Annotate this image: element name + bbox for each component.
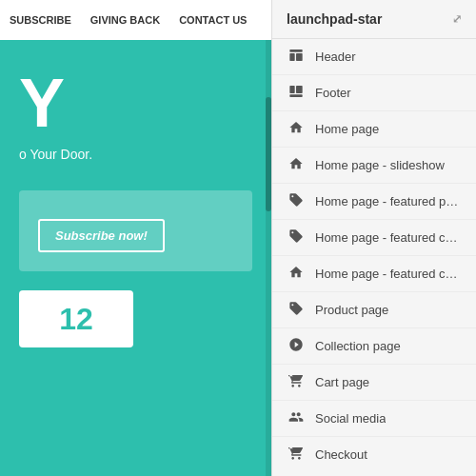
menu-item-featured-content[interactable]: Home page - featured content... <box>272 256 476 292</box>
svg-rect-2 <box>296 53 303 61</box>
menu-item-featured-collection[interactable]: Home page - featured collecti... <box>272 220 476 256</box>
menu-label-featured-content: Home page - featured content... <box>315 267 462 281</box>
scroll-thumb <box>266 97 271 211</box>
header-icon <box>287 48 306 66</box>
home-slideshow-icon <box>287 156 306 174</box>
expand-icon[interactable]: ⤢ <box>452 12 462 26</box>
menu-list: Header Footer Home page Home page - slid… <box>272 39 476 471</box>
panel-title: launchpad-star <box>287 11 382 27</box>
tagline: o Your Door. <box>19 147 252 162</box>
subscribe-button[interactable]: Subscribe now! <box>38 219 165 252</box>
menu-label-home-slideshow: Home page - slideshow <box>315 158 445 172</box>
menu-label-social-media: Social media <box>315 411 386 426</box>
menu-item-product-page[interactable]: Product page <box>272 292 476 328</box>
nav-contact-us[interactable]: CONTACT US <box>179 14 247 26</box>
collection-page-icon <box>287 337 306 355</box>
svg-rect-4 <box>296 86 303 93</box>
menu-label-product-page: Product page <box>315 303 388 317</box>
menu-label-footer: Footer <box>315 86 351 100</box>
social-media-icon <box>287 409 306 427</box>
left-preview-panel: SUBSCRIBE GIVING BACK CONTACT US Y o You… <box>0 0 271 476</box>
subscribe-box: Subscribe now! <box>19 190 252 271</box>
tag-collection-icon <box>287 228 306 247</box>
svg-rect-3 <box>289 86 294 93</box>
tag-product-icon <box>287 192 306 210</box>
menu-label-header: Header <box>315 50 356 64</box>
menu-label-featured-product: Home page - featured produc... <box>315 194 462 208</box>
nav-bar: SUBSCRIBE GIVING BACK CONTACT US <box>0 0 271 40</box>
menu-item-collection-page[interactable]: Collection page <box>272 328 476 365</box>
number-display: 12 <box>19 290 133 347</box>
checkout-icon <box>287 446 306 464</box>
product-page-icon <box>287 301 306 319</box>
menu-item-home[interactable]: Home page <box>272 111 476 148</box>
menu-item-cart-page[interactable]: Cart page <box>272 365 476 401</box>
svg-rect-0 <box>289 50 302 52</box>
menu-label-collection-page: Collection page <box>315 339 401 353</box>
footer-icon <box>287 84 306 102</box>
menu-label-cart-page: Cart page <box>315 375 369 389</box>
menu-item-header[interactable]: Header <box>272 39 476 75</box>
menu-label-home: Home page <box>315 122 379 136</box>
main-content: Y o Your Door. Subscribe now! 12 <box>0 40 271 367</box>
menu-item-social-media[interactable]: Social media <box>272 401 476 437</box>
menu-item-footer[interactable]: Footer <box>272 75 476 111</box>
menu-item-checkout[interactable]: Checkout <box>272 437 476 471</box>
home-content-icon <box>287 265 306 283</box>
scroll-indicator <box>266 40 271 476</box>
menu-label-featured-collection: Home page - featured collecti... <box>315 230 462 245</box>
svg-rect-1 <box>289 53 294 61</box>
nav-subscribe[interactable]: SUBSCRIBE <box>10 14 71 26</box>
big-letter: Y <box>19 69 252 137</box>
cart-icon <box>287 373 306 391</box>
menu-label-checkout: Checkout <box>315 447 367 462</box>
nav-giving-back[interactable]: GIVING BACK <box>90 14 160 26</box>
svg-rect-5 <box>289 94 302 97</box>
menu-item-featured-product[interactable]: Home page - featured produc... <box>272 184 476 220</box>
home-icon <box>287 120 306 138</box>
menu-item-home-slideshow[interactable]: Home page - slideshow <box>272 148 476 184</box>
panel-header: launchpad-star ⤢ <box>272 0 476 39</box>
right-panel: launchpad-star ⤢ Header Footer Home page <box>271 0 476 476</box>
